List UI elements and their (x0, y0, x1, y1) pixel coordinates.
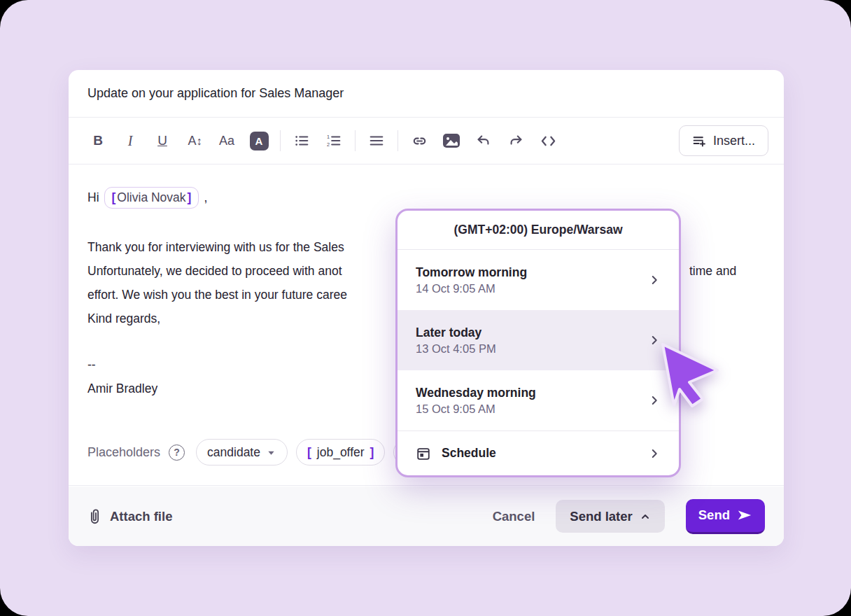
text-size-icon: A↕ (188, 134, 201, 148)
subject-row: Update on your application for Sales Man… (69, 70, 784, 118)
chevron-right-icon (648, 274, 661, 286)
svg-text:2: 2 (327, 141, 330, 148)
ordered-list-icon: 1 2 (326, 133, 342, 148)
bullet-list-button[interactable] (288, 127, 316, 155)
italic-button[interactable]: I (116, 127, 144, 155)
font-color-button[interactable]: A (245, 127, 273, 155)
toolbar-separator (398, 130, 398, 151)
placeholders-label: Placeholders (87, 445, 160, 460)
paperclip-icon (87, 508, 102, 525)
align-icon (369, 133, 384, 148)
code-button[interactable] (534, 127, 562, 155)
calendar-icon (416, 446, 431, 461)
chevron-down-icon (266, 447, 276, 458)
help-icon[interactable]: ? (169, 444, 185, 461)
chip-name-text: Olivia Novak (115, 188, 187, 206)
send-icon (737, 507, 752, 523)
greeting-suffix: , (204, 186, 207, 209)
cancel-button[interactable]: Cancel (493, 509, 535, 524)
attach-file-label: Attach file (110, 509, 172, 524)
candidate-placeholder-label: candidate (207, 445, 260, 460)
option-later-today[interactable]: Later today 13 Oct 4:05 PM (398, 310, 679, 370)
underline-button[interactable]: U (148, 127, 176, 155)
ordered-list-button[interactable]: 1 2 (320, 127, 348, 155)
option-title: Wednesday morning (416, 386, 536, 400)
body-line-left-fragment: Unfortunately, we decided to proceed wit… (87, 264, 342, 278)
link-icon (412, 133, 428, 149)
insert-button[interactable]: Insert... (679, 125, 768, 156)
job-offer-label: job_offer (317, 445, 365, 460)
timezone-header: (GMT+02:00) Europe/Warsaw (398, 211, 679, 250)
code-icon (540, 133, 556, 149)
align-button[interactable] (363, 127, 391, 155)
option-datetime: 14 Oct 9:05 AM (416, 282, 527, 295)
candidate-name-chip[interactable]: [ Olivia Novak ] (104, 187, 199, 209)
send-later-button[interactable]: Send later (556, 500, 664, 533)
image-button[interactable] (437, 127, 465, 155)
link-button[interactable] (405, 127, 433, 155)
option-wednesday-morning[interactable]: Wednesday morning 15 Oct 9:05 AM (398, 370, 679, 430)
schedule-option[interactable]: Schedule (398, 430, 679, 475)
send-label: Send (698, 507, 730, 523)
option-datetime: 13 Oct 4:05 PM (416, 342, 496, 356)
send-later-label: Send later (570, 509, 632, 524)
option-datetime: 15 Oct 9:05 AM (416, 402, 536, 416)
option-title: Tomorrow morning (416, 265, 527, 280)
font-color-icon: A (250, 132, 269, 150)
send-later-popup: (GMT+02:00) Europe/Warsaw Tomorrow morni… (395, 209, 681, 477)
candidate-placeholder-dropdown[interactable]: candidate (196, 439, 288, 465)
greeting-line: Hi [ Olivia Novak ] , (87, 186, 765, 209)
composer-footer: Attach file Cancel Send later Send (69, 486, 784, 546)
insert-list-plus-icon (692, 134, 707, 148)
job-offer-close-bracket: ] (370, 445, 374, 460)
redo-button[interactable] (502, 127, 530, 155)
insert-button-label: Insert... (713, 134, 755, 148)
image-icon (442, 132, 460, 150)
greeting-prefix: Hi (87, 186, 99, 209)
undo-button[interactable] (470, 127, 498, 155)
svg-text:1: 1 (327, 134, 330, 140)
mouse-cursor-pointer (653, 335, 730, 415)
schedule-label: Schedule (442, 446, 648, 461)
email-composer-screen: Update on your application for Sales Man… (0, 0, 851, 616)
job-offer-open-bracket: [ (307, 445, 311, 460)
toolbar-separator (355, 130, 356, 151)
attach-file-button[interactable]: Attach file (87, 508, 172, 525)
redo-icon (508, 133, 523, 148)
job-offer-placeholder-chip[interactable]: [ job_offer ] (296, 439, 385, 465)
chevron-right-icon (648, 447, 661, 460)
text-size-button[interactable]: A↕ (181, 127, 209, 155)
chip-close-bracket: ] (188, 188, 192, 206)
undo-icon (476, 133, 491, 148)
bullet-list-icon (294, 133, 309, 148)
option-title: Later today (416, 326, 496, 340)
toolbar-separator (280, 130, 281, 151)
chevron-up-icon (640, 511, 651, 522)
body-line-right-fragment: time and (689, 259, 736, 283)
subject-text[interactable]: Update on your application for Sales Man… (87, 86, 344, 101)
formatting-toolbar: B I U A↕ Aa A 1 2 (69, 118, 784, 164)
bold-button[interactable]: B (84, 127, 112, 155)
text-case-button[interactable]: Aa (213, 127, 241, 155)
option-tomorrow-morning[interactable]: Tomorrow morning 14 Oct 9:05 AM (398, 250, 679, 310)
send-button[interactable]: Send (686, 499, 765, 534)
